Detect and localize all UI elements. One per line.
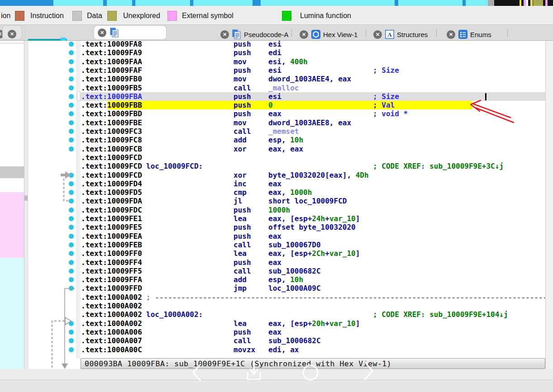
listing-line[interactable]: .text:10009FD4inceax bbox=[81, 179, 545, 189]
listing-line[interactable]: .text:10009FDCpush1000h bbox=[81, 206, 545, 215]
close-icon[interactable]: ✕ bbox=[373, 30, 382, 39]
legend-color-chip bbox=[15, 11, 24, 21]
operands: esp, 10h bbox=[268, 275, 303, 284]
close-icon[interactable]: ✕ bbox=[300, 30, 308, 39]
listing-line[interactable]: .text:1000A002 bbox=[81, 302, 545, 311]
code-token: add bbox=[234, 136, 247, 144]
listing-line[interactable]: .text:10009FCDloc_10009FCD:; CODE XREF: … bbox=[81, 162, 545, 171]
code-token: .text:10009FAA bbox=[81, 57, 142, 66]
window-bottom bbox=[0, 380, 553, 392]
code-token: .text:1000A002 bbox=[81, 302, 142, 310]
listing-line[interactable]: .text:10009FBBpush0; Val bbox=[81, 101, 545, 110]
code-token: .text:1000A002 bbox=[81, 319, 142, 328]
listing-line[interactable]: .text:10009FC8addesp, 10h bbox=[81, 136, 545, 145]
listing-line[interactable]: .text:1000A002loc_1000A002:; CODE XREF: … bbox=[81, 310, 545, 319]
listing-line[interactable]: .text:10009FEApusheax bbox=[81, 232, 545, 241]
navband-segment bbox=[103, 0, 107, 6]
listing-line[interactable]: .text:10009FE5pushoffset byte_10032020 bbox=[81, 223, 545, 232]
doc-icon bbox=[110, 28, 119, 38]
listing-line[interactable]: .text:10009FAFpushesi; Size bbox=[81, 66, 545, 75]
listing-line[interactable]: .text:10009FBEmovdword_1003AEE8, eax bbox=[81, 118, 545, 128]
listing-line[interactable]: .text:10009FB0movdword_1003AEE4, eax bbox=[81, 75, 545, 84]
functions-list-rows[interactable] bbox=[0, 166, 24, 178]
close-icon[interactable]: ✕ bbox=[447, 30, 455, 39]
listing-line[interactable]: .text:10009FC3call_memset bbox=[81, 127, 545, 136]
listing-line[interactable]: .text:10009FBApushesi; Size bbox=[81, 92, 545, 101]
listing-line[interactable]: .text:10009FEBcallsub_100067D0 bbox=[81, 241, 545, 250]
svg-text:A: A bbox=[387, 31, 392, 38]
tab-bar: ✕ ✕ ✕ ✕Pseudocode-A✕Hex View-1✕AStructur… bbox=[0, 25, 553, 41]
tab-pseudocode-a[interactable]: ✕Pseudocode-A bbox=[220, 29, 288, 39]
listing-line[interactable]: .text:10009FE1leaeax, [esp+24h+var_10] bbox=[81, 214, 545, 223]
code-token: .text:10009FFA bbox=[81, 275, 142, 284]
listing-line[interactable]: .text:10009FCD bbox=[81, 153, 545, 162]
functions-list-rows[interactable] bbox=[0, 192, 24, 258]
listing-line[interactable]: .text:10009FFAaddesp, 10h bbox=[81, 275, 545, 284]
listing-line[interactable]: .text:10009FDAjlshort loc_10009FCD bbox=[81, 197, 545, 206]
code-token: .text:10009FDA bbox=[81, 197, 142, 205]
operands: offset byte_10032020 bbox=[268, 223, 356, 231]
listing-line[interactable]: .text:10009FCDxorbyte_10032020[eax], 4Dh bbox=[81, 171, 545, 180]
code-token: .text:10009FDC bbox=[81, 206, 142, 214]
panel-divider bbox=[0, 43, 24, 43]
code-token: .text:10009FCB bbox=[81, 145, 142, 153]
instruction-dot bbox=[69, 321, 74, 326]
close-icon[interactable]: ✕ bbox=[98, 28, 106, 37]
code-token: .text:10009FE1 bbox=[81, 214, 142, 223]
navband-segment bbox=[132, 0, 135, 6]
listing-line[interactable]: .text:10009FBDpusheax; void * bbox=[81, 109, 545, 118]
listing-line[interactable]: .text:10009FB5call_malloc bbox=[81, 84, 545, 93]
code-token: call bbox=[234, 267, 251, 275]
code-token: push bbox=[234, 223, 251, 231]
code-token: .text:10009FFD bbox=[81, 284, 142, 293]
operands: sub_1000682C bbox=[268, 267, 321, 275]
code-token: edi bbox=[268, 48, 281, 57]
code-token: 24h bbox=[312, 214, 325, 223]
listing-line[interactable]: .text:10009FF5callsub_1000682C bbox=[81, 267, 545, 276]
tab-enums[interactable]: ✕Enums bbox=[447, 29, 491, 39]
code-token: loc_1000A09C bbox=[268, 284, 321, 293]
legend-item-label: Lumina function bbox=[300, 12, 351, 20]
listing-line[interactable]: .text:10009FF0leaeax, [esp+2Ch+var_10] bbox=[81, 249, 545, 258]
navigation-band[interactable] bbox=[0, 0, 553, 6]
listing-line[interactable]: .text:1000A002; ------------------------… bbox=[81, 293, 545, 302]
listing-line[interactable]: .text:10009FA8pushesi bbox=[81, 40, 545, 49]
tab-ida-view-active[interactable]: ✕ bbox=[94, 26, 166, 39]
close-icon[interactable]: ✕ bbox=[220, 30, 229, 39]
listing-line[interactable]: .text:10009FF4pusheax bbox=[81, 258, 545, 267]
code-token: push bbox=[234, 48, 251, 57]
code-token: cmp bbox=[234, 188, 247, 197]
code-token: ; CODE XREF: sub_10009F9E+3C↓j bbox=[373, 162, 504, 170]
code-token: esp, bbox=[268, 136, 290, 144]
legend-color-chip bbox=[282, 11, 291, 21]
listing-line[interactable]: .text:1000A002leaeax, [esp+20h+var_10] bbox=[81, 319, 545, 328]
listing-line[interactable]: .text:10009FA9pushedi bbox=[81, 48, 545, 57]
functions-list-rows[interactable] bbox=[0, 178, 24, 192]
code-token: call bbox=[234, 336, 251, 345]
tab-hex-view-1[interactable]: ✕Hex View-1 bbox=[300, 29, 358, 39]
close-icon[interactable]: ✕ bbox=[8, 30, 16, 38]
functions-panel[interactable] bbox=[0, 41, 24, 369]
functions-list-rows[interactable] bbox=[0, 258, 24, 369]
code-token: .text:10009FA8 bbox=[81, 40, 142, 48]
tab-structures[interactable]: ✕AStructures bbox=[373, 29, 428, 39]
listing-line[interactable]: .text:10009FCBxoreax, eax bbox=[81, 145, 545, 154]
code-token: push bbox=[234, 40, 251, 48]
instruction-dot bbox=[69, 330, 74, 335]
operands: loc_1000A09C bbox=[268, 284, 321, 293]
listing-line[interactable]: .text:1000A007callsub_1000682C bbox=[81, 336, 545, 345]
functions-list-rows[interactable] bbox=[0, 43, 24, 166]
listing-line[interactable]: .text:1000A006pusheax bbox=[81, 328, 545, 337]
panel-splitter[interactable] bbox=[24, 41, 28, 369]
code-token: .text:10009FEA bbox=[81, 232, 142, 241]
operands: eax, [esp+24h+var_10] bbox=[268, 214, 360, 223]
listing-line[interactable]: .text:1000A00Cmovzxedi, ax bbox=[81, 345, 545, 354]
listing-line[interactable]: .text:10009FFDjmploc_1000A09C bbox=[81, 284, 545, 293]
right-scroll-gutter[interactable] bbox=[545, 41, 553, 369]
listing-line[interactable]: .text:10009FD5cmpeax, 1000h bbox=[81, 188, 545, 197]
splitter-handle-icon[interactable] bbox=[24, 195, 28, 201]
code-token: ; Size bbox=[373, 66, 399, 75]
operands: eax bbox=[268, 232, 281, 241]
status-text: 000093BA 10009FBA: sub_10009F9E+1C (Sync… bbox=[81, 359, 391, 368]
listing-line[interactable]: .text:10009FAAmovesi, 400h bbox=[81, 57, 545, 66]
